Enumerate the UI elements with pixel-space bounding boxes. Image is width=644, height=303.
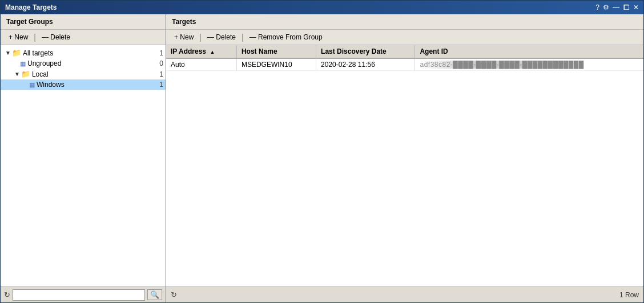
sort-asc-icon: ▲ xyxy=(210,49,215,55)
manage-targets-window: Manage Targets ? ⚙ — ⧠ ✕ Target Groups +… xyxy=(0,0,644,303)
col-hostname-label: Host Name xyxy=(242,47,277,55)
tree-label-all-targets: All targets xyxy=(23,49,156,57)
targets-table: IP Address ▲ Host Name Last Discovery Da… xyxy=(166,45,643,71)
cell-ip: Auto xyxy=(166,58,236,71)
col-agentid-label: Agent ID xyxy=(420,47,448,55)
title-bar: Manage Targets ? ⚙ — ⧠ ✕ xyxy=(1,1,643,14)
window-title: Manage Targets xyxy=(5,3,57,11)
remove-from-group-button[interactable]: — Remove From Group xyxy=(246,32,326,42)
toggle-local[interactable]: ▼ xyxy=(14,71,20,77)
help-icon[interactable]: ? xyxy=(595,3,599,11)
minimize-icon[interactable]: — xyxy=(613,3,619,11)
col-ip-label: IP Address xyxy=(171,47,206,55)
col-last-discovery[interactable]: Last Discovery Date xyxy=(316,45,415,58)
left-bottom-bar: ↻ 🔍 xyxy=(1,286,166,302)
agent-id-value: adf38c82-████-████-████-████████████ xyxy=(420,61,583,69)
new-target-button[interactable]: + New xyxy=(171,32,197,42)
folder-icon-local: 📁 xyxy=(21,70,30,78)
targets-header: Targets xyxy=(166,14,643,30)
tree-count-all-targets: 1 xyxy=(159,49,163,57)
tree-item-windows[interactable]: ▶ ▦ Windows 1 xyxy=(1,79,166,90)
search-button[interactable]: 🔍 xyxy=(147,289,162,300)
tree-label-local: Local xyxy=(32,70,156,78)
tree-item-all-targets[interactable]: ▼ 📁 All targets 1 xyxy=(1,47,166,58)
targets-panel: Targets + New | — Delete | — Remove From… xyxy=(166,14,643,302)
target-groups-toolbar: + New | — Delete xyxy=(1,30,166,45)
col-ip-address[interactable]: IP Address ▲ xyxy=(166,45,236,58)
row-count: 1 Row xyxy=(619,291,639,299)
main-content: Target Groups + New | — Delete ▼ 📁 All t… xyxy=(1,14,643,302)
right-refresh-button[interactable]: ↻ xyxy=(171,290,177,299)
tree-count-local: 1 xyxy=(159,70,163,78)
tree-count-ungrouped: 0 xyxy=(159,59,163,67)
cell-agent-id: adf38c82-████-████-████-████████████ xyxy=(415,58,643,71)
target-groups-header: Target Groups xyxy=(1,14,166,30)
target-groups-tree: ▼ 📁 All targets 1 ▶ ▦ Ungrouped 0 ▼ xyxy=(1,45,166,286)
tree-label-windows: Windows xyxy=(37,81,156,89)
col-agent-id[interactable]: Agent ID xyxy=(415,45,643,58)
restore-icon[interactable]: ⧠ xyxy=(623,3,630,11)
toolbar-separator: | xyxy=(33,33,37,42)
search-input[interactable] xyxy=(13,289,145,301)
target-groups-panel: Target Groups + New | — Delete ▼ 📁 All t… xyxy=(1,14,166,302)
tree-count-windows: 1 xyxy=(159,81,163,89)
tree-item-local[interactable]: ▼ 📁 Local 1 xyxy=(1,69,166,79)
window-controls: ? ⚙ — ⧠ ✕ xyxy=(595,3,639,11)
close-icon[interactable]: ✕ xyxy=(633,3,639,11)
left-refresh-button[interactable]: ↻ xyxy=(4,290,10,299)
targets-table-body: Auto MSEDGEWIN10 2020-02-28 11:56 adf38c… xyxy=(166,58,643,71)
delete-group-button[interactable]: — Delete xyxy=(38,32,74,42)
tree-item-ungrouped[interactable]: ▶ ▦ Ungrouped 0 xyxy=(1,58,166,69)
cell-hostname: MSEDGEWIN10 xyxy=(236,58,316,71)
delete-target-button[interactable]: — Delete xyxy=(204,32,239,42)
table-header-row: IP Address ▲ Host Name Last Discovery Da… xyxy=(166,45,643,58)
cell-last-discovery: 2020-02-28 11:56 xyxy=(316,58,415,71)
col-host-name[interactable]: Host Name xyxy=(236,45,316,58)
right-bottom-bar: ↻ 1 Row xyxy=(166,286,643,302)
folder-icon-all-targets: 📁 xyxy=(12,49,21,57)
table-row[interactable]: Auto MSEDGEWIN10 2020-02-28 11:56 adf38c… xyxy=(166,58,643,71)
toggle-all-targets[interactable]: ▼ xyxy=(5,50,11,56)
tree-label-ungrouped: Ungrouped xyxy=(27,59,156,67)
group-icon-windows: ▦ xyxy=(29,81,35,89)
toolbar-sep-1: | xyxy=(198,33,203,42)
targets-toolbar: + New | — Delete | — Remove From Group xyxy=(166,30,643,45)
new-group-button[interactable]: + New xyxy=(5,32,31,42)
group-icon-ungrouped: ▦ xyxy=(20,60,26,67)
targets-table-area: IP Address ▲ Host Name Last Discovery Da… xyxy=(166,45,643,286)
settings-icon[interactable]: ⚙ xyxy=(603,3,609,11)
col-discovery-label: Last Discovery Date xyxy=(321,47,387,55)
toolbar-sep-2: | xyxy=(240,33,245,42)
